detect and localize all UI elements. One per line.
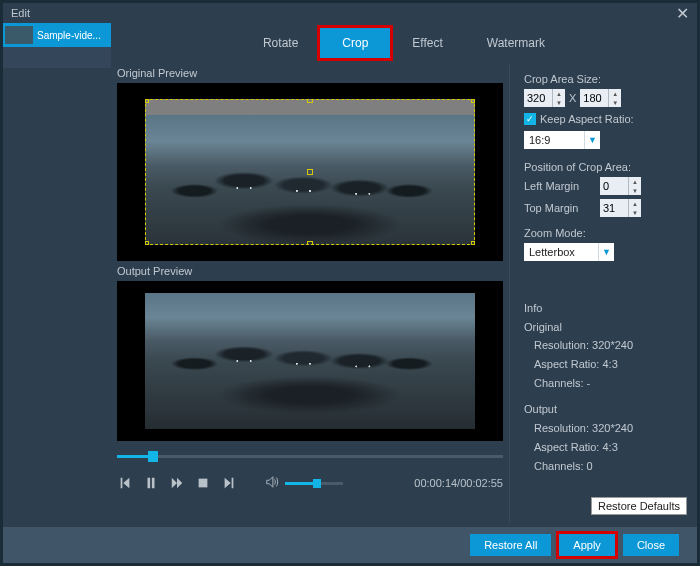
- width-down-icon[interactable]: ▼: [553, 98, 565, 107]
- zoom-mode-label: Zoom Mode:: [524, 227, 687, 239]
- output-video-scene: [145, 293, 475, 429]
- original-video-frame: [145, 99, 475, 245]
- left-margin-input[interactable]: [600, 180, 628, 192]
- original-preview: [117, 83, 503, 261]
- volume-fill: [285, 482, 314, 485]
- crop-handle-bc[interactable]: [307, 241, 313, 245]
- timeline[interactable]: [117, 447, 503, 467]
- left-margin-label: Left Margin: [524, 180, 594, 192]
- crop-handle-bl[interactable]: [145, 241, 149, 245]
- original-preview-label: Original Preview: [111, 63, 509, 83]
- top-margin-input[interactable]: [600, 202, 628, 214]
- tab-crop[interactable]: Crop: [320, 28, 390, 58]
- clip-thumbnail-item[interactable]: Sample-vide...: [3, 23, 111, 47]
- crop-settings-panel: Crop Area Size: ▲▼ X ▲▼ ✓ Keep Aspect Ra…: [509, 63, 697, 523]
- original-heading: Original: [524, 318, 687, 337]
- clip-sidebar: Sample-vide...: [3, 23, 111, 68]
- output-video-frame: [145, 293, 475, 429]
- original-aspect: Aspect Ratio: 4:3: [524, 355, 687, 374]
- crop-size-label: Crop Area Size:: [524, 73, 687, 85]
- skip-back-button[interactable]: [117, 475, 133, 491]
- output-channels: Channels: 0: [524, 457, 687, 476]
- info-block: Info Original Resolution: 320*240 Aspect…: [524, 299, 687, 475]
- crop-rectangle[interactable]: [145, 99, 475, 245]
- keep-ratio-label: Keep Aspect Ratio:: [540, 113, 634, 125]
- chevron-down-icon[interactable]: ▼: [584, 131, 600, 149]
- original-channels: Channels: -: [524, 374, 687, 393]
- clip-thumbnail-label: Sample-vide...: [37, 30, 101, 41]
- edit-window: Edit ✕ Sample-vide... Rotate Crop Effect…: [3, 3, 697, 563]
- restore-all-button[interactable]: Restore All: [470, 534, 551, 556]
- volume-control: [265, 475, 343, 491]
- skip-forward-button[interactable]: [221, 475, 237, 491]
- edit-tabs: Rotate Crop Effect Watermark: [111, 28, 697, 58]
- output-aspect: Aspect Ratio: 4:3: [524, 438, 687, 457]
- svg-rect-0: [199, 479, 208, 488]
- crop-handle-tr[interactable]: [471, 99, 475, 103]
- top-up-icon[interactable]: ▲: [629, 199, 641, 208]
- tab-effect[interactable]: Effect: [390, 28, 464, 58]
- top-down-icon[interactable]: ▼: [629, 208, 641, 217]
- chevron-down-icon[interactable]: ▼: [598, 243, 614, 261]
- crop-height-spinner[interactable]: ▲▼: [580, 89, 621, 107]
- titlebar: Edit ✕: [3, 3, 697, 23]
- window-title: Edit: [11, 7, 30, 19]
- preview-area: Original Preview: [111, 63, 509, 523]
- crop-width-spinner[interactable]: ▲▼: [524, 89, 565, 107]
- output-preview: [117, 281, 503, 441]
- left-down-icon[interactable]: ▼: [629, 186, 641, 195]
- close-button[interactable]: Close: [623, 534, 679, 556]
- tab-rotate[interactable]: Rotate: [241, 28, 320, 58]
- info-heading: Info: [524, 299, 687, 318]
- position-label: Position of Crop Area:: [524, 161, 687, 173]
- volume-thumb[interactable]: [313, 479, 321, 488]
- crop-width-input[interactable]: [524, 92, 552, 104]
- output-preview-label: Output Preview: [111, 261, 509, 281]
- tab-watermark[interactable]: Watermark: [465, 28, 567, 58]
- restore-defaults-button[interactable]: Restore Defaults: [591, 497, 687, 515]
- close-icon[interactable]: ✕: [676, 4, 689, 23]
- clip-thumbnail-icon: [5, 26, 33, 44]
- timeline-track: [117, 455, 503, 458]
- aspect-ratio-value: 16:9: [524, 134, 584, 146]
- pause-button[interactable]: [143, 475, 159, 491]
- timeline-thumb[interactable]: [148, 451, 158, 462]
- top-margin-label: Top Margin: [524, 202, 594, 214]
- aspect-ratio-select[interactable]: 16:9 ▼: [524, 131, 600, 149]
- crop-handle-tc[interactable]: [307, 99, 313, 103]
- volume-slider[interactable]: [285, 482, 343, 485]
- width-up-icon[interactable]: ▲: [553, 89, 565, 98]
- left-up-icon[interactable]: ▲: [629, 177, 641, 186]
- crop-handle-center[interactable]: [307, 169, 313, 175]
- stop-button[interactable]: [195, 475, 211, 491]
- zoom-mode-select[interactable]: Letterbox ▼: [524, 243, 614, 261]
- playback-controls: 00:00:14/00:02:55: [117, 469, 503, 497]
- zoom-mode-value: Letterbox: [524, 246, 598, 258]
- footer-bar: Restore All Apply Close: [3, 527, 697, 563]
- output-heading: Output: [524, 400, 687, 419]
- height-down-icon[interactable]: ▼: [609, 98, 621, 107]
- left-margin-spinner[interactable]: ▲▼: [600, 177, 641, 195]
- fast-forward-button[interactable]: [169, 475, 185, 491]
- keep-ratio-checkbox[interactable]: ✓: [524, 113, 536, 125]
- height-up-icon[interactable]: ▲: [609, 89, 621, 98]
- original-resolution: Resolution: 320*240: [524, 336, 687, 355]
- output-resolution: Resolution: 320*240: [524, 419, 687, 438]
- apply-button[interactable]: Apply: [559, 534, 615, 556]
- time-display: 00:00:14/00:02:55: [414, 477, 503, 489]
- volume-icon[interactable]: [265, 475, 279, 491]
- top-margin-spinner[interactable]: ▲▼: [600, 199, 641, 217]
- size-x: X: [569, 92, 576, 104]
- crop-handle-br[interactable]: [471, 241, 475, 245]
- crop-height-input[interactable]: [580, 92, 608, 104]
- crop-handle-tl[interactable]: [145, 99, 149, 103]
